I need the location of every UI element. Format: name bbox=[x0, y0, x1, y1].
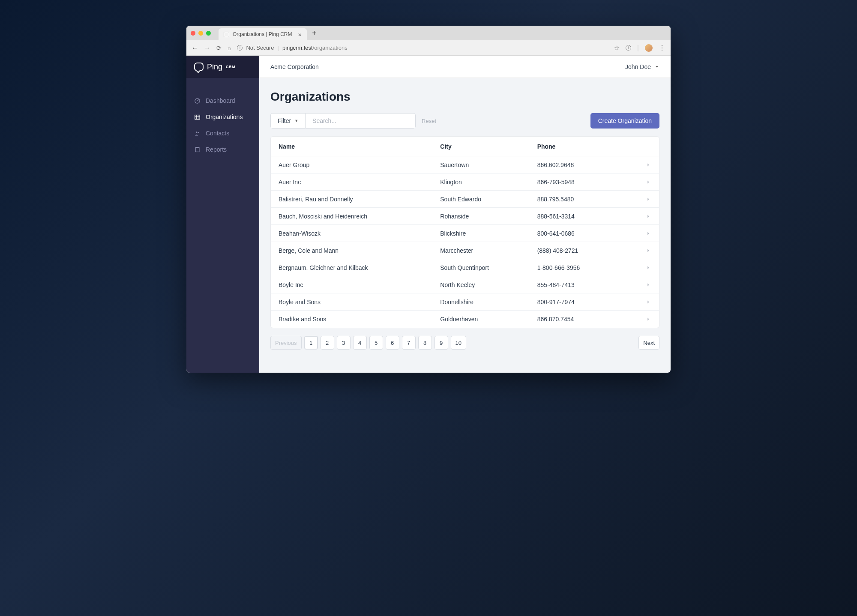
chevron-down-icon bbox=[654, 64, 659, 69]
logo-text: Ping bbox=[207, 63, 222, 72]
next-page-button[interactable]: Next bbox=[638, 336, 659, 350]
filter-label: Filter bbox=[278, 117, 291, 124]
url-domain: pingcrm.test bbox=[282, 45, 313, 51]
new-tab-button[interactable]: + bbox=[312, 29, 317, 38]
browser-tab[interactable]: Organizations | Ping CRM × bbox=[219, 28, 307, 40]
cell-city: Blickshire bbox=[440, 230, 537, 237]
page-button-3[interactable]: 3 bbox=[337, 336, 351, 350]
cell-name: Boyle and Sons bbox=[279, 299, 440, 305]
page-button-10[interactable]: 10 bbox=[451, 336, 466, 350]
logo-subtext: CRM bbox=[226, 65, 235, 69]
page-button-1[interactable]: 1 bbox=[304, 336, 318, 350]
pagination: Previous 12345678910 Next bbox=[270, 336, 659, 350]
user-name: John Doe bbox=[625, 63, 651, 70]
close-tab-icon[interactable]: × bbox=[298, 31, 302, 38]
col-city: City bbox=[440, 143, 537, 150]
browser-menu-icon[interactable]: ⋮ bbox=[659, 44, 665, 52]
close-window-button[interactable] bbox=[191, 31, 195, 36]
organizations-table: Name City Phone Auer Group Sauertown 866… bbox=[270, 136, 659, 328]
home-button[interactable]: ⌂ bbox=[228, 45, 231, 51]
cell-phone: 866.870.7454 bbox=[537, 316, 634, 323]
dashboard-icon bbox=[194, 98, 201, 104]
sidebar-item-label: Reports bbox=[206, 146, 227, 153]
cell-phone: 866-793-5948 bbox=[537, 179, 634, 185]
minimize-window-button[interactable] bbox=[198, 31, 203, 36]
extension-icon[interactable]: i bbox=[626, 45, 631, 51]
page-button-8[interactable]: 8 bbox=[418, 336, 432, 350]
svg-rect-1 bbox=[195, 115, 200, 119]
table-row[interactable]: Boyle Inc North Keeley 855-484-7413 bbox=[271, 276, 659, 293]
logo-icon bbox=[194, 63, 204, 71]
site-info-icon[interactable]: i bbox=[237, 45, 243, 51]
browser-window: Organizations | Ping CRM × + ← → ⟳ ⌂ i N… bbox=[186, 26, 671, 373]
table-row[interactable]: Beahan-Wisozk Blickshire 800-641-0686 bbox=[271, 225, 659, 242]
table-row[interactable]: Balistreri, Rau and Donnelly South Edwar… bbox=[271, 191, 659, 208]
toolbar-right: ☆ i | ⋮ bbox=[614, 44, 665, 52]
page-icon bbox=[224, 32, 229, 37]
page-button-2[interactable]: 2 bbox=[321, 336, 334, 350]
sidebar-item-dashboard[interactable]: Dashboard bbox=[186, 93, 259, 109]
cell-phone: 800-641-0686 bbox=[537, 230, 634, 237]
table-row[interactable]: Berge, Cole and Mann Marcchester (888) 4… bbox=[271, 242, 659, 259]
cell-city: Klington bbox=[440, 179, 537, 185]
cell-city: Donnellshire bbox=[440, 299, 537, 305]
reset-link[interactable]: Reset bbox=[422, 118, 436, 124]
chevron-right-icon bbox=[645, 265, 651, 271]
create-organization-button[interactable]: Create Organization bbox=[590, 113, 659, 129]
page-button-6[interactable]: 6 bbox=[386, 336, 399, 350]
page-button-5[interactable]: 5 bbox=[369, 336, 383, 350]
profile-avatar-icon[interactable] bbox=[645, 44, 653, 52]
chevron-right-icon bbox=[645, 299, 651, 305]
table-row[interactable]: Auer Group Sauertown 866.602.9648 bbox=[271, 156, 659, 173]
table-row[interactable]: Bauch, Mosciski and Heidenreich Rohansid… bbox=[271, 208, 659, 225]
page-title: Organizations bbox=[270, 90, 659, 104]
chevron-right-icon bbox=[645, 282, 651, 288]
cell-name: Boyle Inc bbox=[279, 281, 440, 288]
page-button-4[interactable]: 4 bbox=[353, 336, 367, 350]
chevron-right-icon bbox=[645, 196, 651, 202]
table-row[interactable]: Boyle and Sons Donnellshire 800-917-7974 bbox=[271, 293, 659, 311]
cell-phone: 866.602.9648 bbox=[537, 161, 634, 168]
cell-city: Rohanside bbox=[440, 213, 537, 220]
sidebar-item-contacts[interactable]: Contacts bbox=[186, 125, 259, 141]
sidebar-item-label: Organizations bbox=[206, 114, 243, 120]
forward-button[interactable]: → bbox=[204, 44, 210, 51]
reload-button[interactable]: ⟳ bbox=[216, 45, 222, 51]
contacts-icon bbox=[194, 130, 201, 137]
filter-button[interactable]: Filter ▼ bbox=[270, 113, 305, 129]
app: Ping CRM Dashboard Organizations Contact… bbox=[186, 56, 671, 373]
bookmark-icon[interactable]: ☆ bbox=[614, 44, 620, 52]
back-button[interactable]: ← bbox=[192, 44, 198, 51]
previous-page-button[interactable]: Previous bbox=[270, 336, 302, 350]
cell-phone: 1-800-666-3956 bbox=[537, 264, 634, 271]
browser-chrome: Organizations | Ping CRM × + ← → ⟳ ⌂ i N… bbox=[186, 26, 671, 56]
cell-city: South Quentinport bbox=[440, 264, 537, 271]
maximize-window-button[interactable] bbox=[206, 31, 211, 36]
cell-phone: (888) 408-2721 bbox=[537, 247, 634, 254]
col-phone: Phone bbox=[537, 143, 634, 150]
page-button-7[interactable]: 7 bbox=[402, 336, 416, 350]
chevron-right-icon bbox=[645, 316, 651, 322]
address-bar[interactable]: i Not Secure | pingcrm.test/organization… bbox=[237, 45, 608, 51]
svg-rect-5 bbox=[196, 147, 198, 148]
cell-name: Balistreri, Rau and Donnelly bbox=[279, 196, 440, 203]
sidebar-item-organizations[interactable]: Organizations bbox=[186, 109, 259, 125]
sidebar-item-reports[interactable]: Reports bbox=[186, 141, 259, 158]
table-row[interactable]: Bergnaum, Gleichner and Kilback South Qu… bbox=[271, 259, 659, 276]
cell-city: Goldnerhaven bbox=[440, 316, 537, 323]
page-button-9[interactable]: 9 bbox=[434, 336, 448, 350]
svg-point-3 bbox=[198, 132, 199, 133]
table-row[interactable]: Bradtke and Sons Goldnerhaven 866.870.74… bbox=[271, 311, 659, 328]
search-input[interactable] bbox=[305, 113, 416, 129]
logo[interactable]: Ping CRM bbox=[186, 56, 259, 78]
cell-phone: 888.795.5480 bbox=[537, 196, 634, 203]
table-row[interactable]: Auer Inc Klington 866-793-5948 bbox=[271, 173, 659, 191]
cell-name: Beahan-Wisozk bbox=[279, 230, 440, 237]
page-list: Previous 12345678910 bbox=[270, 336, 466, 350]
user-menu[interactable]: John Doe bbox=[625, 63, 659, 70]
cell-phone: 855-484-7413 bbox=[537, 281, 634, 288]
url-path: /organizations bbox=[313, 45, 348, 51]
svg-rect-4 bbox=[195, 147, 199, 152]
table-body: Auer Group Sauertown 866.602.9648 Auer I… bbox=[271, 156, 659, 328]
cell-phone: 800-917-7974 bbox=[537, 299, 634, 305]
